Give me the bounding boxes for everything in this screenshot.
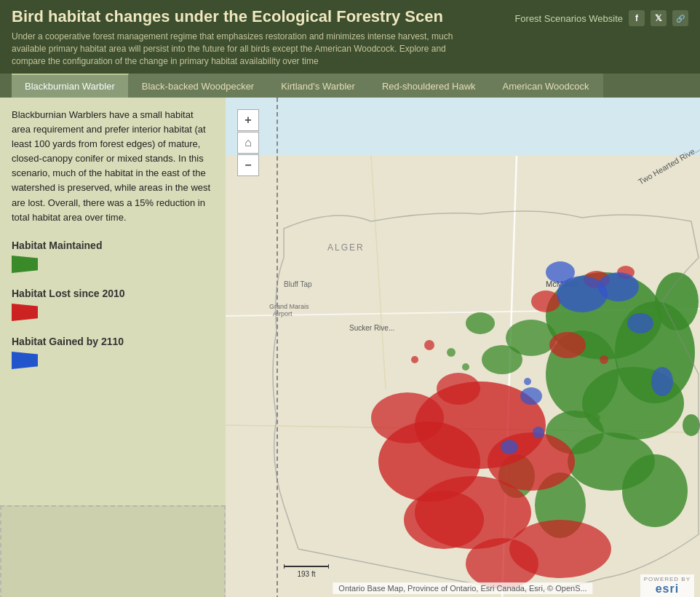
header-right: Forest Scenarios Website f 𝕏 🔗 xyxy=(514,7,688,26)
svg-point-42 xyxy=(598,272,639,301)
svg-point-29 xyxy=(378,422,480,502)
zoom-out-button[interactable]: − xyxy=(237,154,259,176)
esri-logo: POWERED BY esri xyxy=(640,574,694,597)
svg-line-4 xyxy=(226,309,700,316)
tab-american-woodcock[interactable]: American Woodcock xyxy=(490,74,603,98)
app-header: Bird habitat changes under the Ecologica… xyxy=(0,0,700,74)
svg-point-54 xyxy=(533,427,544,438)
left-panel: Blackburnian Warblers have a small habit… xyxy=(0,98,226,597)
habitat-lost-icon xyxy=(12,304,38,321)
home-button[interactable]: ⌂ xyxy=(237,132,259,154)
map-attribution: Ontario Base Map, Province of Ontario, E… xyxy=(333,582,592,594)
scale-bar: 193 ft xyxy=(284,564,329,578)
bird-description: Blackburnian Warblers have a small habit… xyxy=(12,108,214,225)
legend-gained: Habitat Gained by 2110 xyxy=(12,336,214,372)
svg-point-32 xyxy=(509,520,611,578)
svg-text:Grand Marais: Grand Marais xyxy=(269,303,309,310)
svg-point-23 xyxy=(568,432,655,491)
svg-point-37 xyxy=(531,290,560,312)
esri-brand-text: esri xyxy=(656,582,679,596)
legend-maintained: Habitat Maintained xyxy=(12,240,214,276)
svg-point-41 xyxy=(557,276,608,312)
svg-point-39 xyxy=(617,266,635,279)
svg-text:McMillan: McMillan xyxy=(546,280,577,288)
svg-point-18 xyxy=(655,272,699,331)
svg-point-25 xyxy=(546,411,604,454)
svg-point-28 xyxy=(415,381,546,469)
facebook-icon[interactable]: f xyxy=(629,10,645,26)
header-left: Bird habitat changes under the Ecologica… xyxy=(12,7,514,68)
forest-scenarios-link[interactable]: Forest Scenarios Website xyxy=(514,13,623,24)
page-title: Bird habitat changes under the Ecologica… xyxy=(12,7,514,26)
svg-point-19 xyxy=(683,414,700,436)
svg-point-46 xyxy=(520,387,542,405)
legend-lost: Habitat Lost since 2010 xyxy=(12,288,214,324)
svg-text:Sucker Rive...: Sucker Rive... xyxy=(349,324,394,332)
map-thumbnail xyxy=(0,505,226,597)
habitat-map: Two Hearted Rive... Sucker Rive... ALGER… xyxy=(226,98,700,597)
svg-point-44 xyxy=(627,313,653,333)
svg-text:Two Hearted Rive...: Two Hearted Rive... xyxy=(637,143,700,186)
svg-point-17 xyxy=(546,331,619,418)
svg-point-55 xyxy=(524,378,531,385)
svg-point-15 xyxy=(615,301,695,403)
svg-text:ALGER: ALGER xyxy=(327,242,365,253)
tab-blackburnian-warbler[interactable]: Blackburnian Warbler xyxy=(12,74,129,98)
svg-point-47 xyxy=(501,440,518,454)
svg-point-36 xyxy=(549,332,586,358)
scale-label: 193 ft xyxy=(284,570,329,578)
habitat-maintained-icon xyxy=(12,256,38,273)
legend-gained-label: Habitat Gained by 2110 xyxy=(12,336,214,347)
zoom-in-button[interactable]: + xyxy=(237,109,259,131)
twitter-icon[interactable]: 𝕏 xyxy=(651,10,667,26)
svg-point-43 xyxy=(546,261,575,283)
svg-point-51 xyxy=(411,356,418,363)
svg-point-21 xyxy=(482,345,522,374)
svg-point-16 xyxy=(582,367,684,440)
map-controls: + ⌂ − xyxy=(237,109,259,176)
svg-point-27 xyxy=(498,454,535,498)
svg-text:Bluff Tap: Bluff Tap xyxy=(284,280,312,288)
map-container[interactable]: Two Hearted Rive... Sucker Rive... ALGER… xyxy=(226,98,700,597)
svg-point-26 xyxy=(535,473,586,538)
esri-powered-text: POWERED BY xyxy=(644,576,691,582)
svg-point-14 xyxy=(546,272,662,360)
svg-point-22 xyxy=(466,312,495,334)
tab-kirtlands-warbler[interactable]: Kirtland's Warbler xyxy=(268,74,369,98)
svg-point-20 xyxy=(506,320,557,356)
svg-point-31 xyxy=(415,476,531,549)
svg-rect-1 xyxy=(226,98,700,185)
tab-black-backed-woodpecker[interactable]: Black-backed Woodpecker xyxy=(129,74,268,98)
svg-point-49 xyxy=(462,363,469,371)
svg-point-50 xyxy=(424,340,434,350)
svg-point-24 xyxy=(622,454,688,527)
main-content: Blackburnian Warblers have a small habit… xyxy=(0,98,700,597)
svg-point-30 xyxy=(488,432,575,491)
tab-bar: Blackburnian Warbler Black-backed Woodpe… xyxy=(0,74,700,98)
svg-point-38 xyxy=(584,271,610,288)
svg-point-48 xyxy=(447,348,456,357)
svg-rect-2 xyxy=(226,156,700,597)
legend-maintained-label: Habitat Maintained xyxy=(12,240,214,251)
svg-point-45 xyxy=(651,367,673,396)
scale-tick-right xyxy=(328,564,329,569)
svg-point-53 xyxy=(593,414,600,422)
habitat-gained-icon xyxy=(12,352,38,369)
header-description: Under a cooperative forest management re… xyxy=(12,31,477,67)
svg-line-3 xyxy=(502,156,517,597)
svg-point-35 xyxy=(371,392,444,443)
legend-lost-label: Habitat Lost since 2010 xyxy=(12,288,214,299)
map-divider xyxy=(277,98,278,597)
svg-point-40 xyxy=(437,373,480,405)
scale-bar-line xyxy=(285,566,328,567)
svg-rect-0 xyxy=(226,98,700,597)
svg-line-6 xyxy=(226,425,700,432)
svg-point-52 xyxy=(600,355,608,364)
svg-point-34 xyxy=(404,491,484,549)
tab-red-shouldered-hawk[interactable]: Red-shouldered Hawk xyxy=(369,74,490,98)
link-icon[interactable]: 🔗 xyxy=(672,10,688,26)
svg-point-33 xyxy=(466,538,538,589)
svg-line-5 xyxy=(371,156,386,389)
